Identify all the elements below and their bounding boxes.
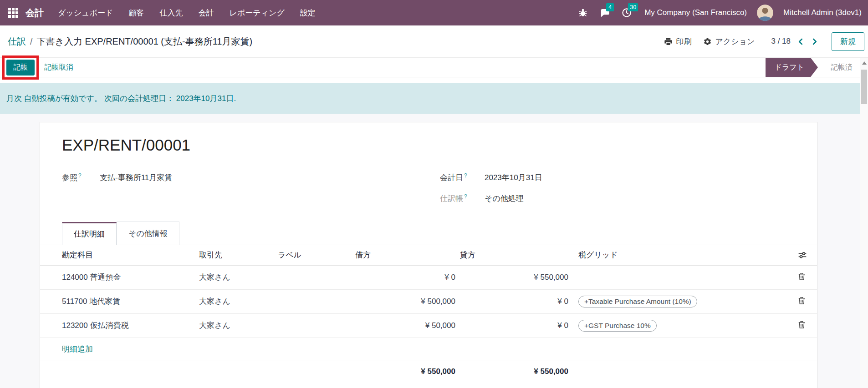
header-account[interactable]: 勘定科目 (40, 245, 199, 265)
status-draft[interactable]: ドラフト (766, 58, 818, 77)
pager: 3 / 18 (771, 37, 818, 46)
nav-item-reporting[interactable]: レポーティング (221, 0, 292, 25)
nav-item-customers[interactable]: 顧客 (121, 0, 152, 25)
nav-item-settings[interactable]: 設定 (292, 0, 323, 25)
messages-icon[interactable]: 4 (599, 7, 611, 19)
cell-account[interactable]: 123200 仮払消費税 (40, 313, 199, 338)
reference-field[interactable]: 支払-事務所11月家賃 (100, 172, 172, 183)
pager-next-button[interactable] (811, 38, 818, 45)
delete-line-button[interactable] (774, 313, 817, 338)
auto-post-info-banner: 月次 自動投稿が有効です。 次回の会計処理日： 2023年10月31日. (0, 83, 860, 114)
post-button[interactable]: 記帳 (6, 60, 35, 76)
cell-debit[interactable]: ¥ 50,000 (355, 313, 460, 338)
apps-grid-icon[interactable] (5, 4, 22, 21)
cell-credit[interactable]: ¥ 0 (460, 313, 573, 338)
nav-item-accounting[interactable]: 会計 (190, 0, 221, 25)
scrollbar-up-arrow[interactable] (862, 61, 867, 65)
cell-account[interactable]: 124000 普通預金 (40, 265, 199, 289)
table-row: 124000 普通預金 大家さん ¥ 0 ¥ 550,000 (40, 265, 817, 289)
nav-item-vendors[interactable]: 仕入先 (152, 0, 190, 25)
main-menu: ダッシュボード 顧客 仕入先 会計 レポーティング 設定 (50, 0, 323, 25)
top-navbar: 会計 ダッシュボード 顧客 仕入先 会計 レポーティング 設定 4 30 My … (0, 0, 868, 25)
header-tax-grid[interactable]: 税グリッド (573, 245, 774, 265)
control-panel: 仕訳 / 下書き入力 EXP/RENT/00001 (支払-事務所11月家賃) … (0, 25, 868, 58)
journal-entry-form: EXP/RENT/00001 参照? 支払-事務所11月家賃 会計日? 2023 (40, 122, 817, 388)
user-avatar[interactable] (757, 5, 773, 21)
table-row: 511700 地代家賃 大家さん ¥ 500,000 ¥ 0 +Taxable … (40, 289, 817, 313)
add-line-row: 明細追加 (40, 338, 817, 361)
reference-label: 参照 (62, 173, 77, 182)
status-posted[interactable]: 記帳済 (831, 63, 853, 72)
cancel-entry-button[interactable]: 記帳取消 (44, 63, 73, 72)
print-button[interactable]: 印刷 (664, 36, 691, 47)
journal-items-table: 勘定科目 取引先 ラベル 借方 貸方 税グリッド 124000 (40, 245, 817, 383)
totals-row: ¥ 550,000 ¥ 550,000 (40, 361, 817, 383)
help-icon[interactable]: ? (78, 172, 82, 179)
pager-previous-button[interactable] (797, 38, 804, 45)
cell-partner[interactable]: 大家さん (199, 313, 278, 338)
company-switcher[interactable]: My Company (San Francisco) (644, 8, 747, 17)
help-icon[interactable]: ? (464, 193, 467, 200)
header-credit[interactable]: 貸方 (460, 245, 573, 265)
delete-line-button[interactable] (774, 265, 817, 289)
action-menu-button[interactable]: アクション (703, 36, 755, 47)
table-header-row: 勘定科目 取引先 ラベル 借方 貸方 税グリッド (40, 245, 817, 265)
journal-label: 仕訳帳 (440, 194, 463, 203)
tab-journal-items[interactable]: 仕訳明細 (62, 222, 117, 245)
accounting-date-label: 会計日 (440, 173, 463, 182)
annotation-highlight-box: 記帳 (2, 55, 39, 80)
cell-label[interactable] (278, 289, 355, 313)
cell-partner[interactable]: 大家さん (199, 265, 278, 289)
cell-debit[interactable]: ¥ 500,000 (355, 289, 460, 313)
entry-number-title[interactable]: EXP/RENT/00001 (62, 136, 795, 154)
cell-label[interactable] (278, 313, 355, 338)
tab-other-info[interactable]: その他情報 (117, 222, 179, 245)
header-label[interactable]: ラベル (278, 245, 355, 265)
printer-icon (664, 37, 673, 46)
journal-field[interactable]: その他処理 (485, 193, 524, 204)
cell-debit[interactable]: ¥ 0 (355, 265, 460, 289)
new-button[interactable]: 新規 (832, 32, 864, 51)
breadcrumb-separator: / (30, 36, 33, 47)
breadcrumb-journal-entries-link[interactable]: 仕訳 (8, 35, 26, 48)
header-debit[interactable]: 借方 (355, 245, 460, 265)
form-view-area: EXP/RENT/00001 参照? 支払-事務所11月家賃 会計日? 2023 (0, 114, 860, 388)
activities-clock-icon[interactable]: 30 (621, 7, 633, 19)
tax-grid-tag: +GST Purchase 10% (578, 320, 657, 332)
breadcrumb-current: 下書き入力 EXP/RENT/00001 (支払-事務所11月家賃) (37, 35, 253, 48)
optional-columns-icon[interactable] (774, 251, 817, 260)
cell-partner[interactable]: 大家さん (199, 289, 278, 313)
table-row: 123200 仮払消費税 大家さん ¥ 50,000 ¥ 0 +GST Purc… (40, 313, 817, 338)
topbar-right: 4 30 My Company (San Francisco) Mitchell… (577, 5, 862, 21)
notebook-tabs: 仕訳明細 その他情報 (40, 222, 817, 245)
pager-value[interactable]: 3 / 18 (771, 37, 791, 46)
scrollbar-thumb[interactable] (861, 70, 867, 104)
breadcrumb: 仕訳 / 下書き入力 EXP/RENT/00001 (支払-事務所11月家賃) (8, 35, 252, 48)
gear-icon (703, 37, 712, 46)
banner-message: 月次 自動投稿が有効です。 次回の会計処理日： 2023年10月31日. (6, 93, 236, 104)
activities-badge: 30 (628, 3, 638, 11)
cell-credit[interactable]: ¥ 550,000 (460, 265, 573, 289)
help-icon[interactable]: ? (464, 172, 467, 179)
odoo-accounting-screen: 会計 ダッシュボード 顧客 仕入先 会計 レポーティング 設定 4 30 My … (0, 0, 868, 388)
debug-bug-icon[interactable] (577, 7, 589, 19)
status-widget: ドラフト 記帳済 (766, 58, 860, 77)
control-panel-buttons: 印刷 アクション 3 / 18 新規 (664, 32, 864, 51)
total-debit: ¥ 550,000 (355, 361, 460, 383)
scrollbar[interactable] (860, 58, 868, 388)
nav-item-dashboard[interactable]: ダッシュボード (50, 0, 121, 25)
cell-account[interactable]: 511700 地代家賃 (40, 289, 199, 313)
delete-line-button[interactable] (774, 289, 817, 313)
header-fields: 参照? 支払-事務所11月家賃 会計日? 2023年10月31日 仕訳帳? (40, 172, 817, 222)
tax-grid-tag: +Taxable Purchase Amount (10%) (578, 296, 697, 307)
add-line-link[interactable]: 明細追加 (62, 345, 93, 353)
total-credit: ¥ 550,000 (460, 361, 573, 383)
user-menu[interactable]: Mitchell Admin (3dev1) (783, 8, 862, 17)
accounting-date-field[interactable]: 2023年10月31日 (485, 172, 542, 183)
header-partner[interactable]: 取引先 (199, 245, 278, 265)
messages-badge: 4 (606, 3, 614, 11)
statusbar: 記帳 記帳取消 ドラフト 記帳済 (0, 58, 860, 77)
cell-label[interactable] (278, 265, 355, 289)
cell-credit[interactable]: ¥ 0 (460, 289, 573, 313)
app-name-accounting[interactable]: 会計 (26, 7, 44, 19)
